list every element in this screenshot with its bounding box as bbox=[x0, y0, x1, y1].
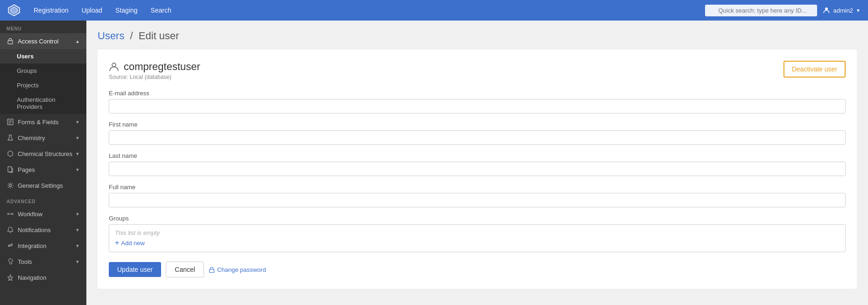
app-logo[interactable] bbox=[7, 4, 21, 17]
svg-point-18 bbox=[11, 244, 13, 245]
sidebar-menu-label: MENU bbox=[0, 21, 86, 33]
nav-registration[interactable]: Registration bbox=[28, 4, 74, 17]
chevron-up-icon: ▲ bbox=[75, 39, 80, 44]
edit-user-card: compregtestuser Source: Local (database)… bbox=[98, 50, 857, 289]
svg-marker-11 bbox=[8, 151, 13, 156]
breadcrumb-current: Edit user bbox=[139, 30, 179, 42]
search-wrap bbox=[705, 5, 817, 16]
last-name-field-group: Last name bbox=[109, 152, 846, 176]
full-name-input[interactable] bbox=[109, 193, 846, 207]
chevron-down-icon-8: ▼ bbox=[75, 259, 80, 264]
nav-search[interactable]: Search bbox=[145, 4, 177, 17]
username-heading: compregtestuser bbox=[124, 61, 200, 73]
sidebar-label-notifications: Notifications bbox=[18, 227, 51, 234]
user-icon bbox=[109, 62, 119, 72]
sidebar-label-access-control: Access Control bbox=[18, 38, 58, 45]
sidebar-item-workflow[interactable]: Workflow ▼ bbox=[0, 206, 86, 222]
sidebar-label-pages: Pages bbox=[18, 166, 35, 173]
svg-point-13 bbox=[9, 184, 12, 187]
chevron-down-icon-7: ▼ bbox=[75, 243, 80, 248]
sidebar-item-navigation[interactable]: Navigation bbox=[0, 270, 86, 285]
topnav: Registration Upload Staging Search admin… bbox=[0, 0, 868, 21]
sidebar-item-general-settings[interactable]: General Settings bbox=[0, 177, 86, 193]
topnav-links: Registration Upload Staging Search bbox=[28, 4, 705, 17]
tools-icon bbox=[7, 258, 14, 265]
breadcrumb-separator: / bbox=[130, 30, 133, 42]
sidebar-label-general-settings: General Settings bbox=[18, 182, 63, 189]
svg-rect-20 bbox=[209, 269, 214, 272]
sidebar: MENU Access Control ▲ Users Groups Proje… bbox=[0, 21, 86, 305]
sidebar-advanced-label: ADVANCED bbox=[0, 193, 86, 206]
sidebar-item-pages[interactable]: Pages ▼ bbox=[0, 162, 86, 177]
svg-point-19 bbox=[112, 63, 116, 67]
sidebar-item-forms-fields[interactable]: Forms & Fields ▼ bbox=[0, 114, 86, 130]
deactivate-user-button[interactable]: Deactivate user bbox=[783, 61, 846, 78]
groups-add-new[interactable]: + Add new bbox=[115, 239, 840, 247]
chevron-down-icon-4: ▼ bbox=[75, 167, 80, 172]
change-password-label: Change password bbox=[217, 266, 266, 273]
structures-icon bbox=[7, 150, 14, 157]
sidebar-item-notifications[interactable]: Notifications ▼ bbox=[0, 222, 86, 238]
sidebar-access-control-submenu: Users Groups Projects Authentication Pro… bbox=[0, 49, 86, 114]
main-content: Users / Edit user compregtestuser Source… bbox=[86, 21, 868, 305]
full-name-label: Full name bbox=[109, 184, 846, 191]
user-title-block: compregtestuser Source: Local (database) bbox=[109, 61, 200, 80]
sidebar-item-access-control[interactable]: Access Control ▲ bbox=[0, 33, 86, 49]
pages-icon bbox=[7, 166, 14, 173]
chevron-down-icon-6: ▼ bbox=[75, 227, 80, 233]
chevron-down-icon-5: ▼ bbox=[75, 212, 80, 217]
nav-staging[interactable]: Staging bbox=[110, 4, 143, 17]
sidebar-item-chemical-structures[interactable]: Chemical Structures ▼ bbox=[0, 146, 86, 162]
source-value: Local (database) bbox=[130, 74, 171, 80]
notifications-icon bbox=[7, 226, 14, 234]
forms-icon bbox=[7, 118, 14, 126]
groups-field-group: Groups This list is empty + Add new bbox=[109, 215, 846, 252]
source-label: Source: bbox=[109, 74, 128, 80]
lock-icon-small bbox=[209, 267, 215, 273]
cancel-button[interactable]: Cancel bbox=[166, 262, 204, 277]
lock-icon bbox=[7, 37, 14, 45]
user-title: compregtestuser bbox=[109, 61, 200, 73]
topnav-user[interactable]: admin2 ▼ bbox=[823, 7, 861, 14]
breadcrumb-parent-link[interactable]: Users bbox=[98, 30, 124, 42]
sidebar-subitem-projects[interactable]: Projects bbox=[0, 78, 86, 92]
workflow-icon bbox=[7, 210, 14, 218]
breadcrumb: Users / Edit user bbox=[98, 30, 857, 42]
update-user-button[interactable]: Update user bbox=[109, 262, 161, 277]
first-name-input[interactable] bbox=[109, 130, 846, 145]
sidebar-item-chemistry[interactable]: Chemistry ▼ bbox=[0, 130, 86, 146]
svg-rect-12 bbox=[8, 167, 12, 172]
sidebar-subitem-groups[interactable]: Groups bbox=[0, 64, 86, 78]
chemistry-icon bbox=[7, 134, 14, 142]
topnav-user-chevron: ▼ bbox=[856, 8, 861, 13]
topnav-username: admin2 bbox=[833, 7, 853, 14]
last-name-input[interactable] bbox=[109, 162, 846, 176]
navigation-icon bbox=[7, 274, 14, 281]
change-password-link[interactable]: Change password bbox=[209, 266, 266, 273]
sidebar-label-chemical-structures: Chemical Structures bbox=[18, 150, 72, 157]
user-source: Source: Local (database) bbox=[109, 74, 200, 80]
last-name-label: Last name bbox=[109, 152, 846, 159]
sidebar-label-navigation: Navigation bbox=[18, 274, 46, 281]
nav-upload[interactable]: Upload bbox=[76, 4, 108, 17]
email-field-group: E-mail address bbox=[109, 90, 846, 113]
first-name-label: First name bbox=[109, 121, 846, 128]
add-new-label: Add new bbox=[121, 240, 145, 247]
user-header: compregtestuser Source: Local (database)… bbox=[109, 61, 846, 80]
plus-icon: + bbox=[115, 239, 119, 247]
groups-label: Groups bbox=[109, 215, 846, 222]
chevron-down-icon: ▼ bbox=[75, 120, 80, 125]
form-actions: Update user Cancel Change password bbox=[109, 262, 846, 277]
sidebar-subitem-auth-providers[interactable]: Authentication Providers bbox=[0, 92, 86, 114]
sidebar-item-tools[interactable]: Tools ▼ bbox=[0, 254, 86, 270]
search-input[interactable] bbox=[705, 5, 817, 16]
email-input[interactable] bbox=[109, 99, 846, 113]
svg-rect-5 bbox=[8, 41, 13, 44]
svg-point-14 bbox=[7, 213, 9, 215]
sidebar-label-workflow: Workflow bbox=[18, 211, 42, 218]
groups-box: This list is empty + Add new bbox=[109, 224, 846, 252]
sidebar-label-tools: Tools bbox=[18, 258, 32, 265]
sidebar-item-integration[interactable]: Integration ▼ bbox=[0, 238, 86, 254]
sidebar-subitem-users[interactable]: Users bbox=[0, 49, 86, 64]
sidebar-label-forms-fields: Forms & Fields bbox=[18, 119, 58, 126]
